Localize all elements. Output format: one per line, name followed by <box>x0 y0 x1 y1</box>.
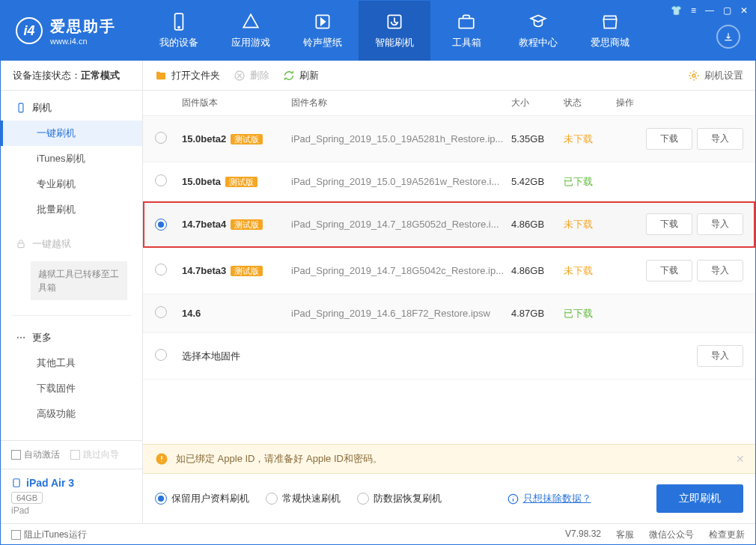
sidebar-item-other[interactable]: 其他工具 <box>1 350 142 376</box>
firmware-status: 已下载 <box>564 307 616 320</box>
window-controls: 👕 ≡ — ▢ ✕ <box>671 5 748 16</box>
device-kind: iPad <box>11 505 132 516</box>
flash-now-button[interactable]: 立即刷机 <box>656 484 743 513</box>
opt-keep-data[interactable]: 保留用户资料刷机 <box>155 492 249 505</box>
nav-store[interactable]: 爱思商城 <box>574 1 646 61</box>
menu-icon[interactable]: ≡ <box>691 5 696 16</box>
opt-normal[interactable]: 常规快速刷机 <box>266 492 341 505</box>
row-radio[interactable] <box>155 174 167 186</box>
sidebar-flash-title[interactable]: 刷机 <box>1 95 142 121</box>
download-button[interactable]: 下载 <box>646 128 692 150</box>
row-radio[interactable] <box>155 306 167 318</box>
warning-icon <box>155 452 168 466</box>
firmware-row[interactable]: 14.7beta3测试版 iPad_Spring_2019_14.7_18G50… <box>143 248 755 294</box>
firmware-row[interactable]: 14.6 iPad_Spring_2019_14.6_18F72_Restore… <box>143 294 755 333</box>
svg-point-7 <box>17 337 19 338</box>
download-button[interactable]: 下载 <box>646 213 692 235</box>
appleid-alert: 如已绑定 Apple ID，请准备好 Apple ID和密码。 ✕ <box>143 444 755 474</box>
local-firmware-row[interactable]: 选择本地固件 导入 <box>143 333 755 380</box>
app-url: www.i4.cn <box>50 37 116 46</box>
row-radio[interactable] <box>155 349 167 361</box>
opt-anti-recovery[interactable]: 防数据恢复刷机 <box>357 492 442 505</box>
firmware-name: iPad_Spring_2019_14.7_18G5052d_Restore.i… <box>291 219 511 230</box>
flash-settings-button[interactable]: 刷机设置 <box>688 69 743 82</box>
device-capacity: 64GB <box>11 492 43 504</box>
import-button[interactable]: 导入 <box>697 128 743 150</box>
svg-point-8 <box>20 337 22 338</box>
top-nav: 我的设备 应用游戏 铃声壁纸 智能刷机 工具箱 教程中心 爱思商城 <box>143 1 755 61</box>
version-label: V7.98.32 <box>565 529 601 541</box>
col-name: 固件名称 <box>291 97 511 109</box>
sidebar-item-oneclick[interactable]: 一键刷机 <box>1 121 142 146</box>
row-radio[interactable] <box>155 264 167 275</box>
col-status: 状态 <box>564 97 616 109</box>
device-info: iPad Air 3 64GB iPad <box>1 469 142 523</box>
jailbreak-note: 越狱工具已转移至工具箱 <box>31 261 127 300</box>
auto-activate-checkbox[interactable]: 自动激活 <box>11 448 60 461</box>
minimize-icon[interactable]: — <box>705 5 714 16</box>
sidebar-item-batch[interactable]: 批量刷机 <box>1 197 142 222</box>
block-itunes-checkbox[interactable]: 阻止iTunes运行 <box>11 529 87 541</box>
logo-icon: i4 <box>16 17 43 44</box>
row-radio[interactable] <box>155 132 167 144</box>
import-button[interactable]: 导入 <box>697 260 743 281</box>
table-header: 固件版本 固件名称 大小 状态 操作 <box>143 91 755 116</box>
svg-rect-10 <box>13 479 19 487</box>
check-update-link[interactable]: 检查更新 <box>709 529 745 541</box>
firmware-row[interactable]: 14.7beta4测试版 iPad_Spring_2019_14.7_18G50… <box>143 201 755 248</box>
open-folder-button[interactable]: 打开文件夹 <box>155 69 220 82</box>
shirt-icon[interactable]: 👕 <box>671 5 682 16</box>
firmware-status: 未下载 <box>564 264 616 278</box>
sidebar-item-itunes[interactable]: iTunes刷机 <box>1 146 142 171</box>
nav-ringtones[interactable]: 铃声壁纸 <box>287 1 359 61</box>
firmware-size: 5.35GB <box>511 133 564 144</box>
alert-close-icon[interactable]: ✕ <box>736 453 745 465</box>
sidebar-item-advanced[interactable]: 高级功能 <box>1 401 142 427</box>
nav-toolbox[interactable]: 工具箱 <box>430 1 502 61</box>
nav-tutorials[interactable]: 教程中心 <box>502 1 574 61</box>
sidebar-item-pro[interactable]: 专业刷机 <box>1 171 142 197</box>
download-button[interactable]: 下载 <box>646 260 692 281</box>
erase-hint[interactable]: 只想抹除数据？ <box>507 492 591 505</box>
app-name: 爱思助手 <box>50 16 116 37</box>
firmware-name: iPad_Spring_2019_15.0_19A5261w_Restore.i… <box>291 176 511 187</box>
footer: 阻止iTunes运行 V7.98.32 客服 微信公众号 检查更新 <box>1 523 755 545</box>
col-ops: 操作 <box>616 97 743 109</box>
sidebar-more-title[interactable]: 更多 <box>1 325 142 350</box>
connection-status: 设备连接状态：正常模式 <box>1 61 142 91</box>
sidebar-item-download[interactable]: 下载固件 <box>1 376 142 401</box>
firmware-row[interactable]: 15.0beta测试版 iPad_Spring_2019_15.0_19A526… <box>143 162 755 201</box>
firmware-name: iPad_Spring_2019_14.6_18F72_Restore.ipsw <box>291 308 511 319</box>
download-manager-icon[interactable] <box>716 25 740 49</box>
firmware-size: 5.42GB <box>511 176 564 187</box>
firmware-row[interactable]: 15.0beta2测试版 iPad_Spring_2019_15.0_19A52… <box>143 116 755 162</box>
sidebar: 设备连接状态：正常模式 刷机 一键刷机 iTunes刷机 专业刷机 批量刷机 一… <box>1 61 143 523</box>
col-size: 大小 <box>511 97 564 109</box>
svg-point-9 <box>23 337 25 338</box>
refresh-button[interactable]: 刷新 <box>283 69 319 82</box>
wechat-link[interactable]: 微信公众号 <box>649 529 694 541</box>
content-area: 打开文件夹 删除 刷新 刷机设置 固件版本 固件名称 大小 状态 操作 15.0… <box>143 61 755 523</box>
firmware-status: 未下载 <box>564 133 616 146</box>
col-version: 固件版本 <box>179 97 291 109</box>
svg-rect-5 <box>19 103 23 112</box>
import-button[interactable]: 导入 <box>697 213 743 235</box>
nav-my-device[interactable]: 我的设备 <box>143 1 215 61</box>
support-link[interactable]: 客服 <box>616 529 634 541</box>
device-name[interactable]: iPad Air 3 <box>11 477 132 489</box>
row-radio[interactable] <box>155 219 167 231</box>
skip-guide-checkbox[interactable]: 跳过向导 <box>70 448 119 461</box>
firmware-status: 已下载 <box>564 175 616 189</box>
firmware-size: 4.86GB <box>511 265 564 276</box>
nav-flash[interactable]: 智能刷机 <box>359 1 430 61</box>
import-button[interactable]: 导入 <box>697 345 743 367</box>
close-icon[interactable]: ✕ <box>740 5 748 16</box>
delete-button: 删除 <box>234 69 269 82</box>
svg-point-1 <box>178 27 180 28</box>
app-header: i4 爱思助手 www.i4.cn 我的设备 应用游戏 铃声壁纸 智能刷机 工具… <box>1 1 755 61</box>
sidebar-jailbreak-title: 一键越狱 <box>1 231 142 257</box>
auto-options: 自动激活 跳过向导 <box>1 440 142 469</box>
maximize-icon[interactable]: ▢ <box>723 5 731 16</box>
nav-apps[interactable]: 应用游戏 <box>215 1 287 61</box>
firmware-size: 4.86GB <box>511 219 564 230</box>
